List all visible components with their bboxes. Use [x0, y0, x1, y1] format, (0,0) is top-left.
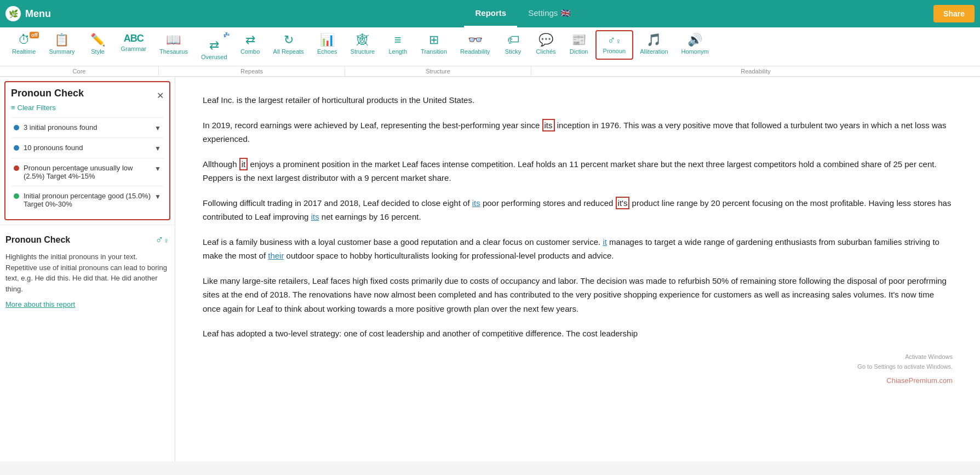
category-readability: Readability	[531, 66, 980, 76]
dot-green-initial	[14, 193, 19, 199]
paragraph-1: Leaf Inc. is the largest retailer of hor…	[203, 93, 953, 107]
toolbar-allrepeats[interactable]: ↻ All Repeats	[267, 30, 311, 59]
thesaurus-icon: 📖	[166, 33, 181, 47]
tab-reports[interactable]: Reports	[464, 0, 517, 27]
homonym-icon: 🔊	[687, 33, 702, 47]
chevron-down-icon-pct[interactable]: ▼	[154, 165, 161, 173]
toolbar-thesaurus[interactable]: 📖 Thesaurus	[153, 30, 194, 59]
echoes-icon: 📊	[320, 33, 335, 47]
app-logo[interactable]: 🌿 Menu	[5, 6, 71, 21]
link-its-2[interactable]: its	[472, 198, 480, 208]
toolbar-echoes[interactable]: 📊 Echoes	[311, 30, 344, 59]
structure-label: Structure	[351, 48, 375, 55]
p2-part1: In 2019, record earnings were achieved b…	[203, 121, 542, 130]
toolbar-pronoun[interactable]: ♂♀ Pronoun	[595, 30, 634, 60]
summary-label: Summary	[49, 48, 74, 55]
toolbar-style[interactable]: ✏️ Style	[81, 30, 114, 59]
info-panel: Pronoun Check ♂♀ Highlights the initial …	[0, 225, 175, 317]
p5-part1: Leaf is a family business with a loyal c…	[203, 237, 603, 247]
chevron-down-icon-initial[interactable]: ▼	[154, 124, 161, 132]
toolbar-homonym[interactable]: 🔊 Homonym	[675, 30, 715, 59]
toolbar-alliteration[interactable]: 🎵 Alliteration	[633, 30, 674, 59]
diction-label: Diction	[570, 48, 588, 55]
logo-icon: 🌿	[5, 6, 21, 21]
toolbar-length[interactable]: ≡ Length	[381, 30, 414, 59]
readability-icon: 👓	[468, 33, 483, 47]
highlight-its-3[interactable]: it's	[616, 197, 630, 209]
length-icon: ≡	[394, 33, 402, 47]
paragraph-5: Leaf is a family business with a loyal c…	[203, 235, 953, 263]
toolbar-overused[interactable]: 💤 ⇄ Overused	[194, 30, 234, 65]
realtime-icon: ⏱	[18, 33, 30, 47]
filter-item-total[interactable]: 10 pronouns found ▼	[11, 138, 164, 158]
link-it-2[interactable]: it	[603, 237, 607, 247]
category-core: Core	[0, 66, 159, 76]
p3-part2: enjoys a prominent position in the marke…	[203, 159, 937, 183]
p5-part3: outdoor space to hobby horticulturalists…	[284, 251, 614, 260]
toolbar-readability[interactable]: 👓 Readability	[454, 30, 496, 59]
p4-part2: poor performing stores and reduced	[480, 198, 616, 208]
paragraph-2: In 2019, record earnings were achieved b…	[203, 118, 953, 146]
toolbar-grammar[interactable]: ABC Grammar	[114, 30, 152, 56]
transition-icon: ⊞	[429, 33, 439, 47]
toolbar: off ⏱ Realtime 📋 Summary ✏️ Style ABC Gr…	[0, 27, 980, 77]
link-its-4[interactable]: its	[311, 212, 319, 221]
sleep-badge: 💤	[223, 32, 230, 38]
more-link[interactable]: More about this report	[5, 300, 75, 308]
toolbar-combo[interactable]: ⇄ Combo	[234, 30, 267, 59]
highlight-its-1[interactable]: its	[542, 119, 555, 131]
cliches-label: Clichés	[536, 48, 556, 55]
filter-icon: ≡	[11, 104, 15, 112]
filter-item-initial-good[interactable]: Initial pronoun percentage good (15.0%) …	[11, 186, 164, 214]
filter-label-initial: 3 initial pronouns found	[24, 123, 97, 131]
filter-item-pct-low[interactable]: Pronoun percentage unusually low (2.5%) …	[11, 158, 164, 186]
sticky-icon: 🏷	[507, 33, 519, 47]
content-area: Leaf Inc. is the largest retailer of hor…	[175, 77, 980, 461]
toolbar-categories: Core Repeats Structure Readability	[0, 66, 980, 76]
watermark: ChiasePremium.com	[203, 375, 953, 387]
toolbar-realtime[interactable]: off ⏱ Realtime	[5, 30, 42, 59]
chevron-down-icon-total[interactable]: ▼	[154, 145, 161, 152]
combo-icon: ⇄	[245, 33, 255, 47]
dot-red-pct	[14, 165, 19, 171]
toolbar-structure[interactable]: 🕸 Structure	[344, 30, 382, 59]
top-navigation: 🌿 Menu Reports Settings 🇬🇧 Share	[0, 0, 980, 27]
sticky-label: Sticky	[505, 48, 521, 55]
gender-icon: ♂♀	[156, 233, 170, 246]
filter-item-initial[interactable]: 3 initial pronouns found ▼	[11, 117, 164, 138]
paragraph-7: Leaf has adopted a two-level strategy: o…	[203, 327, 953, 341]
grammar-label: Grammar	[121, 45, 146, 52]
highlight-it-1[interactable]: it	[239, 158, 248, 170]
clear-filters-button[interactable]: ≡ Clear Filters	[11, 104, 164, 112]
info-description: Highlights the initial pronouns in your …	[5, 251, 169, 294]
toolbar-summary[interactable]: 📋 Summary	[42, 30, 81, 59]
share-button[interactable]: Share	[933, 5, 975, 22]
p1-text: Leaf Inc. is the largest retailer of hor…	[203, 95, 474, 105]
p3-part1: Allthough	[203, 159, 239, 169]
filter-label-initial-good: Initial pronoun percentage good (15.0%) …	[24, 192, 154, 208]
transition-label: Transition	[421, 48, 447, 55]
readability-label: Readability	[460, 48, 490, 55]
close-icon[interactable]: ✕	[157, 90, 164, 101]
left-panel: Pronoun Check ✕ ≡ Clear Filters 3 initia…	[0, 77, 175, 461]
pronoun-icon: ♂♀	[608, 34, 622, 47]
overused-icon: ⇄	[209, 38, 219, 53]
dot-blue-total	[14, 145, 19, 151]
summary-icon: 📋	[54, 33, 69, 47]
dot-blue-initial	[14, 125, 19, 130]
p6-text: Like many large-site retailers, Leaf fac…	[203, 276, 947, 313]
cliches-icon: 💬	[538, 33, 553, 47]
chevron-down-icon-initial-good[interactable]: ▼	[154, 193, 161, 201]
off-badge: off	[30, 32, 39, 38]
pronoun-check-section: Pronoun Check ✕ ≡ Clear Filters 3 initia…	[4, 81, 170, 220]
pronoun-label: Pronoun	[603, 48, 626, 54]
category-repeats: Repeats	[159, 66, 345, 76]
tab-settings[interactable]: Settings 🇬🇧	[517, 0, 581, 27]
allrepeats-label: All Repeats	[273, 48, 304, 55]
link-their[interactable]: their	[268, 251, 284, 260]
toolbar-cliches[interactable]: 💬 Clichés	[530, 30, 563, 59]
toolbar-diction[interactable]: 📰 Diction	[563, 30, 595, 59]
toolbar-sticky[interactable]: 🏷 Sticky	[497, 30, 530, 59]
toolbar-transition[interactable]: ⊞ Transition	[414, 30, 454, 59]
panel-title: Pronoun Check	[11, 88, 84, 99]
